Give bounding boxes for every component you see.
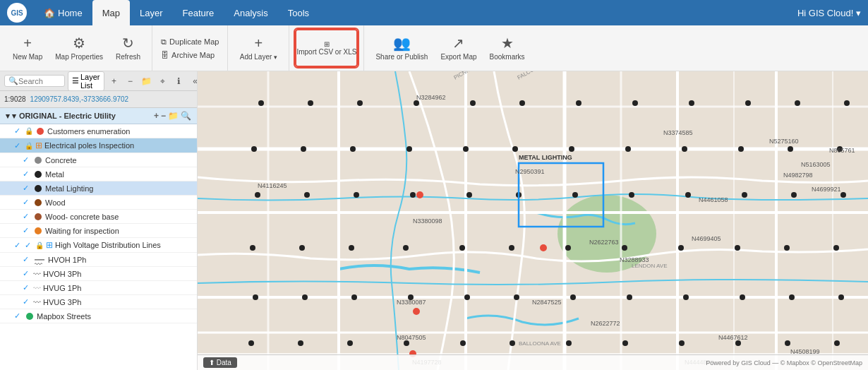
- bookmarks-icon: ★: [501, 35, 514, 52]
- list-icon: ☰: [72, 76, 79, 85]
- sidebar-toolbar: 🔍 ☰ Layer List + − 📁 ⌖ ℹ «: [0, 71, 197, 91]
- svg-point-39: [788, 146, 793, 152]
- svg-point-77: [248, 340, 254, 346]
- lock-icon-poles: 🔒: [25, 142, 33, 150]
- layer-item-concrete[interactable]: ✓ Concrete: [0, 153, 197, 167]
- svg-point-26: [745, 100, 751, 106]
- svg-text:N3284962: N3284962: [416, 94, 446, 101]
- map-area[interactable]: N3284962 N4116245 N3374585 N5275160 N516…: [198, 71, 868, 370]
- sidebar-add-button[interactable]: +: [107, 74, 121, 88]
- layer-label-hvug3: HVUG 3Ph: [43, 298, 81, 306]
- share-publish-button[interactable]: 👥 Share or Publish: [370, 29, 433, 67]
- toolbar-group-addlayer: + Add Layer ▾: [234, 25, 289, 71]
- archive-map-button[interactable]: 🗄 Archive Map: [158, 49, 222, 61]
- svg-text:BALLOONA AVE: BALLOONA AVE: [519, 340, 561, 347]
- svg-text:LENDON AVE: LENDON AVE: [632, 263, 668, 269]
- section-zoom-icon[interactable]: 🔍: [181, 111, 191, 121]
- svg-point-48: [629, 192, 634, 198]
- main-area: 🔍 ☰ Layer List + − 📁 ⌖ ℹ « 1:9028 129097…: [0, 71, 868, 370]
- layer-item-customers[interactable]: ✓ 🔒 Customers enumeration: [0, 124, 197, 138]
- sidebar-remove-button[interactable]: −: [123, 74, 138, 88]
- user-greeting[interactable]: Hi GIS Cloud! ▾: [797, 8, 861, 18]
- section-expand-icon[interactable]: ▾ ▾: [6, 112, 16, 121]
- add-layer-icon: +: [255, 35, 263, 52]
- svg-point-51: [791, 192, 797, 198]
- layer-item-metal[interactable]: ✓ Metal: [0, 167, 197, 181]
- layer-item-waiting[interactable]: ✓ Waiting for inspection: [0, 224, 197, 238]
- svg-point-29: [251, 146, 257, 152]
- svg-point-76: [838, 294, 844, 300]
- app-logo[interactable]: GIS: [7, 3, 27, 23]
- layer-list: ▾ ▾ ORIGINAL - Electric Utility + − 📁 🔍 …: [0, 108, 197, 370]
- map-properties-button[interactable]: ⚙ Map Properties: [49, 29, 109, 67]
- layer-label-hvoh3: HVOH 3Ph: [43, 270, 81, 278]
- nav-tab-tools[interactable]: Tools: [278, 0, 319, 25]
- layer-item-metal-lighting[interactable]: ✓ Metal Lighting: [0, 181, 197, 196]
- svg-text:N4699405: N4699405: [692, 235, 721, 242]
- tab-home-label: Home: [58, 8, 83, 18]
- nav-tab-analysis[interactable]: Analysis: [224, 0, 277, 25]
- svg-point-30: [301, 146, 306, 152]
- sidebar-folder-button[interactable]: 📁: [140, 74, 154, 88]
- check-icon-hvug1: ✓: [23, 283, 31, 292]
- layer-label-mapbox: Mapbox Streets: [37, 312, 91, 321]
- section-remove-icon[interactable]: −: [161, 111, 166, 121]
- sidebar-more-button[interactable]: «: [188, 74, 198, 88]
- svg-point-56: [403, 245, 409, 251]
- section-add-icon[interactable]: +: [154, 111, 159, 121]
- sidebar-info-button[interactable]: ℹ: [172, 74, 186, 88]
- new-map-button[interactable]: + New Map: [7, 29, 48, 67]
- section-folder-icon[interactable]: 📁: [168, 111, 179, 121]
- layer-item-high-voltage[interactable]: ✓ ✓ 🔒 ⊞ High Voltage Distribution Lines: [0, 238, 197, 253]
- search-input[interactable]: [18, 77, 61, 85]
- layer-item-hvoh3[interactable]: ✓ 〰 HVOH 3Ph: [0, 267, 197, 281]
- nav-tab-layer[interactable]: Layer: [130, 0, 173, 25]
- refresh-icon: ↻: [122, 35, 134, 52]
- duplicate-icon: ⧉: [161, 37, 167, 47]
- search-box[interactable]: 🔍: [4, 75, 65, 87]
- svg-point-81: [460, 340, 466, 346]
- export-map-button[interactable]: ↗ Export Map: [435, 29, 482, 67]
- data-button[interactable]: ⬆ Data: [203, 357, 237, 368]
- layer-item-wood[interactable]: ✓ Wood: [0, 196, 197, 210]
- nav-tab-home[interactable]: 🏠 Home: [34, 0, 92, 25]
- svg-point-55: [349, 245, 354, 251]
- svg-point-84: [622, 340, 628, 346]
- layer-list-button[interactable]: ☰ Layer List: [68, 71, 104, 91]
- bookmarks-button[interactable]: ★ Bookmarks: [484, 29, 531, 67]
- layer-item-mapbox[interactable]: ✓ Mapbox Streets: [0, 309, 197, 323]
- svg-point-64: [833, 245, 839, 251]
- svg-text:N3380098: N3380098: [413, 217, 442, 225]
- svg-text:N2622763: N2622763: [589, 239, 619, 246]
- sidebar-search-zoom-button[interactable]: ⌖: [156, 74, 170, 88]
- import-csv-button[interactable]: ⊞ Import CSV or XLS: [295, 29, 358, 67]
- layer-item-wood-concrete[interactable]: ✓ Wood- concrete base: [0, 210, 197, 224]
- grid-icon-poles: ⊞: [35, 141, 42, 150]
- layer-item-hvug3[interactable]: ✓ 〰 HVUG 3Ph: [0, 295, 197, 309]
- layer-label-customers: Customers enumeration: [47, 127, 130, 136]
- svg-point-44: [410, 192, 416, 198]
- layer-item-hvoh1[interactable]: ✓ 〰 HVOH 1Ph: [0, 253, 197, 267]
- layer-item-electrical-poles[interactable]: ✓ 🔒 ⊞ Electrical poles Inspection: [0, 138, 197, 153]
- nav-tab-map[interactable]: Map: [92, 0, 130, 25]
- layer-label-metal-lighting: Metal Lighting: [45, 184, 94, 193]
- svg-text:N4467612: N4467612: [718, 334, 748, 341]
- svg-point-87: [785, 340, 790, 346]
- tab-feature-label: Feature: [183, 8, 215, 18]
- svg-point-71: [570, 294, 576, 300]
- refresh-button[interactable]: ↻ Refresh: [110, 29, 146, 67]
- layer-label-hvoh1: HVOH 1Ph: [48, 256, 86, 264]
- home-icon: 🏠: [44, 8, 55, 18]
- check-icon-hvug3: ✓: [23, 297, 31, 306]
- svg-point-47: [572, 192, 578, 198]
- check-icon-hvoh3: ✓: [23, 269, 31, 278]
- layer-item-hvug1[interactable]: ✓ 〰 HVUG 1Ph: [0, 281, 197, 295]
- nav-tab-feature[interactable]: Feature: [173, 0, 224, 25]
- duplicate-map-button[interactable]: ⧉ Duplicate Map: [158, 36, 222, 48]
- import-csv-icon: ⊞: [324, 40, 330, 48]
- svg-point-83: [566, 340, 572, 346]
- svg-point-28: [844, 100, 850, 106]
- color-dot-mapbox: [26, 313, 33, 320]
- section-actions: + − 📁 🔍: [154, 111, 191, 121]
- add-layer-button[interactable]: + Add Layer ▾: [234, 29, 283, 67]
